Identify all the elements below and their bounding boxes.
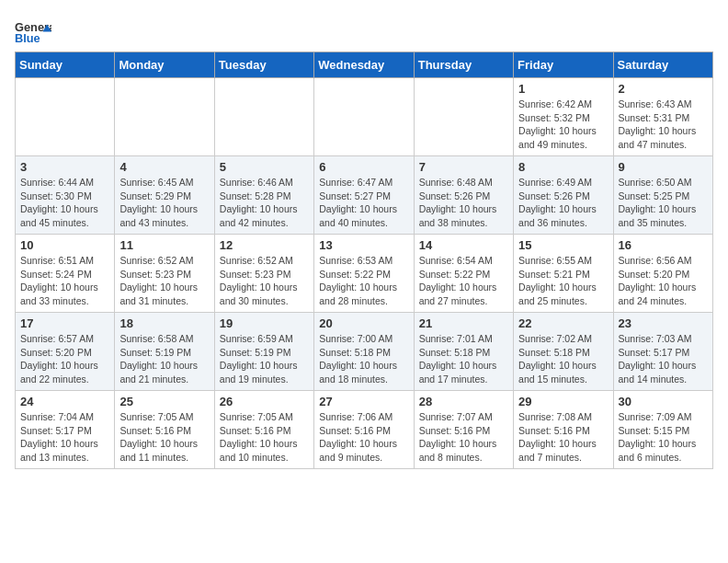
day-info: Sunrise: 6:46 AM Sunset: 5:28 PM Dayligh… bbox=[220, 176, 309, 230]
day-info: Sunrise: 6:55 AM Sunset: 5:21 PM Dayligh… bbox=[518, 254, 608, 308]
day-number: 27 bbox=[319, 395, 408, 408]
day-info: Sunrise: 6:57 AM Sunset: 5:20 PM Dayligh… bbox=[20, 332, 109, 386]
day-number: 13 bbox=[319, 238, 408, 252]
day-info: Sunrise: 6:53 AM Sunset: 5:22 PM Dayligh… bbox=[319, 254, 408, 308]
day-info: Sunrise: 6:49 AM Sunset: 5:26 PM Dayligh… bbox=[518, 176, 608, 230]
header: General Blue bbox=[15, 15, 713, 44]
calendar-cell: 4Sunrise: 6:45 AM Sunset: 5:29 PM Daylig… bbox=[115, 156, 214, 235]
logo: General Blue bbox=[15, 18, 51, 44]
calendar-cell: 18Sunrise: 6:58 AM Sunset: 5:19 PM Dayli… bbox=[115, 313, 214, 391]
header-day-wednesday: Wednesday bbox=[314, 52, 414, 78]
calendar-cell: 15Sunrise: 6:55 AM Sunset: 5:21 PM Dayli… bbox=[514, 235, 613, 313]
calendar-cell: 20Sunrise: 7:00 AM Sunset: 5:18 PM Dayli… bbox=[314, 313, 414, 391]
day-info: Sunrise: 7:07 AM Sunset: 5:16 PM Dayligh… bbox=[419, 410, 508, 465]
day-info: Sunrise: 6:44 AM Sunset: 5:30 PM Dayligh… bbox=[20, 176, 109, 230]
week-row-3: 10Sunrise: 6:51 AM Sunset: 5:24 PM Dayli… bbox=[16, 235, 713, 313]
day-number: 5 bbox=[220, 160, 309, 174]
calendar-cell: 9Sunrise: 6:50 AM Sunset: 5:25 PM Daylig… bbox=[613, 156, 712, 235]
calendar-cell: 13Sunrise: 6:53 AM Sunset: 5:22 PM Dayli… bbox=[314, 235, 414, 313]
week-row-5: 24Sunrise: 7:04 AM Sunset: 5:17 PM Dayli… bbox=[16, 391, 713, 469]
day-info: Sunrise: 6:43 AM Sunset: 5:31 PM Dayligh… bbox=[619, 98, 708, 152]
calendar-cell: 5Sunrise: 6:46 AM Sunset: 5:28 PM Daylig… bbox=[214, 156, 313, 235]
day-number: 20 bbox=[319, 316, 408, 330]
day-info: Sunrise: 7:01 AM Sunset: 5:18 PM Dayligh… bbox=[419, 332, 508, 386]
calendar-cell: 11Sunrise: 6:52 AM Sunset: 5:23 PM Dayli… bbox=[115, 235, 214, 313]
day-info: Sunrise: 6:56 AM Sunset: 5:20 PM Dayligh… bbox=[619, 254, 708, 308]
calendar-cell: 26Sunrise: 7:05 AM Sunset: 5:16 PM Dayli… bbox=[214, 391, 313, 469]
day-info: Sunrise: 6:48 AM Sunset: 5:26 PM Dayligh… bbox=[419, 176, 508, 230]
day-info: Sunrise: 6:52 AM Sunset: 5:23 PM Dayligh… bbox=[220, 254, 309, 308]
calendar-cell: 30Sunrise: 7:09 AM Sunset: 5:15 PM Dayli… bbox=[613, 391, 712, 469]
day-number: 23 bbox=[619, 316, 708, 330]
day-number: 10 bbox=[20, 238, 109, 252]
header-day-sunday: Sunday bbox=[16, 52, 115, 78]
calendar-cell: 6Sunrise: 6:47 AM Sunset: 5:27 PM Daylig… bbox=[314, 156, 414, 235]
header-day-thursday: Thursday bbox=[414, 52, 513, 78]
calendar-cell: 7Sunrise: 6:48 AM Sunset: 5:26 PM Daylig… bbox=[414, 156, 513, 235]
calendar-cell: 24Sunrise: 7:04 AM Sunset: 5:17 PM Dayli… bbox=[16, 391, 115, 469]
calendar-cell bbox=[314, 78, 414, 156]
day-info: Sunrise: 6:59 AM Sunset: 5:19 PM Dayligh… bbox=[220, 332, 309, 386]
calendar-cell: 8Sunrise: 6:49 AM Sunset: 5:26 PM Daylig… bbox=[514, 156, 613, 235]
calendar-cell bbox=[214, 78, 313, 156]
logo-svg: General Blue bbox=[15, 18, 51, 44]
calendar-cell: 14Sunrise: 6:54 AM Sunset: 5:22 PM Dayli… bbox=[414, 235, 513, 313]
header-day-saturday: Saturday bbox=[613, 52, 712, 78]
day-info: Sunrise: 6:52 AM Sunset: 5:23 PM Dayligh… bbox=[119, 254, 209, 308]
calendar-cell: 2Sunrise: 6:43 AM Sunset: 5:31 PM Daylig… bbox=[613, 78, 712, 156]
calendar-cell: 25Sunrise: 7:05 AM Sunset: 5:16 PM Dayli… bbox=[115, 391, 214, 469]
day-info: Sunrise: 7:09 AM Sunset: 5:15 PM Dayligh… bbox=[619, 410, 708, 465]
day-number: 24 bbox=[20, 395, 109, 408]
header-day-friday: Friday bbox=[514, 52, 613, 78]
calendar-cell: 19Sunrise: 6:59 AM Sunset: 5:19 PM Dayli… bbox=[214, 313, 313, 391]
header-day-tuesday: Tuesday bbox=[214, 52, 313, 78]
day-number: 7 bbox=[419, 160, 508, 174]
day-number: 22 bbox=[518, 316, 608, 330]
day-info: Sunrise: 7:05 AM Sunset: 5:16 PM Dayligh… bbox=[220, 410, 309, 465]
calendar-cell: 28Sunrise: 7:07 AM Sunset: 5:16 PM Dayli… bbox=[414, 391, 513, 469]
calendar-cell: 12Sunrise: 6:52 AM Sunset: 5:23 PM Dayli… bbox=[214, 235, 313, 313]
day-number: 21 bbox=[419, 316, 508, 330]
day-number: 9 bbox=[619, 160, 708, 174]
day-info: Sunrise: 6:58 AM Sunset: 5:19 PM Dayligh… bbox=[119, 332, 209, 386]
day-number: 6 bbox=[319, 160, 408, 174]
day-number: 16 bbox=[619, 238, 708, 252]
calendar-cell: 29Sunrise: 7:08 AM Sunset: 5:16 PM Dayli… bbox=[514, 391, 613, 469]
day-info: Sunrise: 6:54 AM Sunset: 5:22 PM Dayligh… bbox=[419, 254, 508, 308]
calendar-cell: 23Sunrise: 7:03 AM Sunset: 5:17 PM Dayli… bbox=[613, 313, 712, 391]
week-row-2: 3Sunrise: 6:44 AM Sunset: 5:30 PM Daylig… bbox=[16, 156, 713, 235]
day-number: 11 bbox=[119, 238, 209, 252]
day-number: 19 bbox=[220, 316, 309, 330]
day-number: 25 bbox=[119, 395, 209, 408]
day-info: Sunrise: 6:47 AM Sunset: 5:27 PM Dayligh… bbox=[319, 176, 408, 230]
calendar-cell: 3Sunrise: 6:44 AM Sunset: 5:30 PM Daylig… bbox=[16, 156, 115, 235]
day-info: Sunrise: 7:02 AM Sunset: 5:18 PM Dayligh… bbox=[518, 332, 608, 386]
calendar-cell: 22Sunrise: 7:02 AM Sunset: 5:18 PM Dayli… bbox=[514, 313, 613, 391]
day-info: Sunrise: 6:42 AM Sunset: 5:32 PM Dayligh… bbox=[518, 98, 608, 152]
day-info: Sunrise: 7:03 AM Sunset: 5:17 PM Dayligh… bbox=[619, 332, 708, 386]
day-number: 8 bbox=[518, 160, 608, 174]
day-info: Sunrise: 6:45 AM Sunset: 5:29 PM Dayligh… bbox=[119, 176, 209, 230]
svg-text:Blue: Blue bbox=[15, 31, 40, 44]
calendar-cell: 17Sunrise: 6:57 AM Sunset: 5:20 PM Dayli… bbox=[16, 313, 115, 391]
day-number: 2 bbox=[619, 82, 708, 96]
calendar-table: SundayMondayTuesdayWednesdayThursdayFrid… bbox=[15, 52, 713, 469]
day-number: 30 bbox=[619, 395, 708, 408]
header-row: SundayMondayTuesdayWednesdayThursdayFrid… bbox=[16, 52, 713, 78]
day-info: Sunrise: 6:51 AM Sunset: 5:24 PM Dayligh… bbox=[20, 254, 109, 308]
day-info: Sunrise: 7:04 AM Sunset: 5:17 PM Dayligh… bbox=[20, 410, 109, 465]
day-number: 18 bbox=[119, 316, 209, 330]
day-number: 12 bbox=[220, 238, 309, 252]
day-info: Sunrise: 6:50 AM Sunset: 5:25 PM Dayligh… bbox=[619, 176, 708, 230]
day-number: 17 bbox=[20, 316, 109, 330]
day-number: 14 bbox=[419, 238, 508, 252]
day-info: Sunrise: 7:08 AM Sunset: 5:16 PM Dayligh… bbox=[518, 410, 608, 465]
day-number: 28 bbox=[419, 395, 508, 408]
day-number: 29 bbox=[518, 395, 608, 408]
calendar-cell: 16Sunrise: 6:56 AM Sunset: 5:20 PM Dayli… bbox=[613, 235, 712, 313]
header-day-monday: Monday bbox=[115, 52, 214, 78]
calendar-cell bbox=[16, 78, 115, 156]
day-number: 26 bbox=[220, 395, 309, 408]
day-number: 4 bbox=[119, 160, 209, 174]
calendar-cell bbox=[414, 78, 513, 156]
